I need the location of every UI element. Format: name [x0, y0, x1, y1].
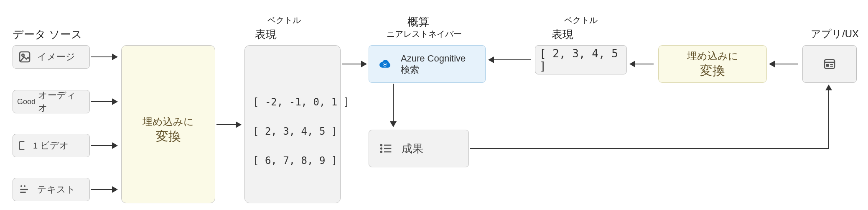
arrow-source-audio: [91, 101, 113, 102]
arrowhead-source-audio: [112, 98, 118, 105]
vector-left-sublabel: ベクトル: [267, 15, 301, 26]
vector-row-2: [ 2, 3, 4, 5 ]: [253, 125, 337, 137]
representation-left-heading: 表現: [255, 27, 277, 42]
image-icon: [17, 49, 32, 64]
vector-representation-left: [244, 45, 341, 203]
app-ux-box: [802, 45, 857, 83]
transform-right-line2: 変換: [700, 62, 725, 79]
svg-rect-13: [384, 148, 391, 149]
arrow-source-text: [91, 189, 113, 190]
results-label: 成果: [402, 141, 423, 156]
bracket-icon: [17, 138, 28, 153]
svg-rect-17: [826, 64, 829, 67]
azure-search-title: Azure Cognitive: [401, 53, 466, 64]
vector-right-sublabel: ベクトル: [564, 15, 598, 26]
arrow-app-to-transformright: [774, 64, 798, 64]
svg-point-10: [380, 147, 382, 149]
list-icon: [377, 139, 395, 158]
representation-right-heading: 表現: [552, 27, 573, 42]
arrow-results-to-app-h: [470, 148, 829, 149]
azure-search-subtitle: 検索: [401, 64, 466, 76]
azure-cognitive-search: Azure Cognitive 検索: [369, 45, 486, 83]
arrowhead-transformright-to-vectorright: [629, 61, 635, 67]
arrow-transform-to-vectors: [216, 124, 237, 125]
arrowhead-results-to-app: [825, 85, 832, 90]
source-video-label: ビデオ: [40, 139, 69, 152]
svg-rect-15: [825, 59, 835, 68]
transform-line1: 埋め込みに: [125, 115, 211, 128]
svg-point-2: [20, 185, 22, 187]
source-audio-prefix: Good: [17, 97, 36, 106]
svg-point-3: [24, 185, 25, 187]
svg-rect-4: [20, 189, 28, 190]
source-video-prefix: 1: [33, 141, 38, 151]
transform-line2: 変換: [125, 128, 211, 144]
vector-row-3: [ 6, 7, 8, 9 ]: [253, 155, 337, 166]
results-box: 成果: [369, 130, 469, 167]
arrowhead-search-to-results: [390, 121, 397, 127]
source-text-label: テキスト: [37, 183, 76, 196]
source-image-label: イメージ: [37, 51, 75, 63]
arrowhead-app-to-transformright: [769, 61, 775, 67]
app-window-icon: [820, 54, 839, 74]
app-ux-heading: アプリ/UX: [811, 27, 859, 41]
arrow-results-to-app-v: [828, 90, 829, 149]
arrow-vectorright-to-search: [493, 59, 531, 60]
svg-point-1: [22, 54, 24, 56]
svg-rect-5: [20, 192, 25, 193]
source-text: テキスト: [13, 178, 90, 201]
transform-embedding-right: 埋め込みに 変換: [658, 45, 767, 83]
arrowhead-source-image: [112, 54, 118, 60]
source-audio-label: オーディオ: [38, 89, 85, 114]
vector-row-1: [ -2, -1, 0, 1 ]: [253, 96, 349, 108]
arrowhead-transform-to-vectors: [236, 121, 242, 128]
transform-right-line1: 埋め込みに: [687, 49, 738, 62]
arrow-vectors-to-search: [342, 64, 362, 64]
source-video: 1 ビデオ: [13, 134, 90, 157]
arrowhead-source-text: [112, 186, 118, 193]
vector-representation-right: [ 2, 3, 4, 5 ]: [535, 45, 627, 74]
text-icon: [17, 182, 32, 197]
vector-right-value: [ 2, 3, 4, 5 ]: [540, 47, 622, 72]
ann-sublabel: ニアレストネイバー: [387, 28, 462, 40]
source-image: イメージ: [13, 45, 90, 69]
data-sources-heading: データ ソース: [13, 27, 82, 42]
arrowhead-vectors-to-search: [361, 61, 367, 67]
svg-rect-12: [384, 145, 391, 146]
arrowhead-source-video: [112, 142, 118, 149]
approx-heading: 概算: [407, 15, 429, 29]
arrowhead-vectorright-to-search: [488, 56, 494, 63]
source-audio: Good オーディオ: [13, 90, 90, 113]
arrow-search-to-results: [393, 84, 394, 122]
arrow-transformright-to-vectorright: [634, 64, 654, 64]
arrow-source-image: [91, 56, 113, 57]
arrow-source-video: [91, 145, 113, 146]
cloud-search-icon: [375, 54, 395, 74]
svg-rect-14: [384, 151, 391, 153]
transform-embedding-left-text: 埋め込みに 変換: [125, 115, 211, 144]
svg-point-9: [380, 144, 382, 146]
svg-point-11: [380, 151, 382, 153]
